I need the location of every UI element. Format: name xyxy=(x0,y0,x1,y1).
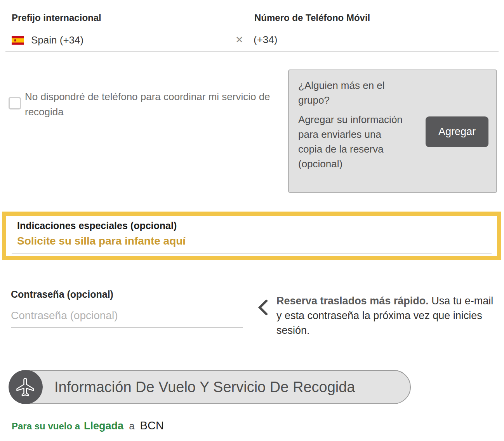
group-panel: ¿Alguien más en el grupo? Agregar su inf… xyxy=(288,69,497,193)
no-phone-checkbox[interactable] xyxy=(9,97,21,109)
flight-info-row: Para su vuelo a Llegada a BCN xyxy=(12,419,164,432)
flight-section-header: Información De Vuelo Y Servicio De Recog… xyxy=(9,370,412,404)
airplane-icon xyxy=(9,370,43,404)
password-label: Contraseña (opcional) xyxy=(11,289,113,300)
flight-section-pill: Información De Vuelo Y Servicio De Recog… xyxy=(15,370,411,404)
special-instructions-label: Indicaciones especiales (opcional) xyxy=(17,220,497,231)
flight-info-connector: a xyxy=(129,420,134,432)
booking-form-page: Prefijo internacional Número de Teléfono… xyxy=(0,0,504,441)
password-input[interactable] xyxy=(11,309,243,328)
left-chevron-icon xyxy=(256,298,269,317)
airport-code: BCN xyxy=(140,419,164,432)
group-panel-title: ¿Alguien más en el grupo? xyxy=(298,78,411,108)
spain-flag-icon xyxy=(12,36,24,45)
country-prefix-select[interactable]: Spain (+34) xyxy=(12,34,83,46)
no-phone-checkbox-label: No dispondré de teléfono para coordinar … xyxy=(25,89,281,120)
flight-info-prefix: Para su vuelo a xyxy=(12,421,80,432)
clear-phone-icon[interactable]: ✕ xyxy=(235,35,243,45)
special-instructions-box: Indicaciones especiales (opcional) Solic… xyxy=(2,212,501,260)
flight-section-title: Información De Vuelo Y Servicio De Recog… xyxy=(54,379,355,396)
add-group-member-button[interactable]: Agregar xyxy=(426,116,488,147)
password-hint: Reserva traslados más rápido. Usa tu e-m… xyxy=(276,293,497,338)
infant-seat-link[interactable]: Solicite su silla para infante aquí xyxy=(17,235,186,247)
country-prefix-value: Spain (+34) xyxy=(31,34,83,46)
phone-row-divider xyxy=(5,51,499,52)
mobile-number-label: Número de Teléfono Móvil xyxy=(254,12,370,23)
mobile-number-input[interactable] xyxy=(254,34,487,46)
flight-direction-select[interactable]: Llegada xyxy=(84,420,123,432)
special-instructions-underline xyxy=(12,253,492,254)
password-hint-bold: Reserva traslados más rápido. xyxy=(276,295,429,307)
group-panel-description: Agregar su información para enviarles un… xyxy=(298,112,403,171)
prefix-label: Prefijo internacional xyxy=(12,12,101,23)
